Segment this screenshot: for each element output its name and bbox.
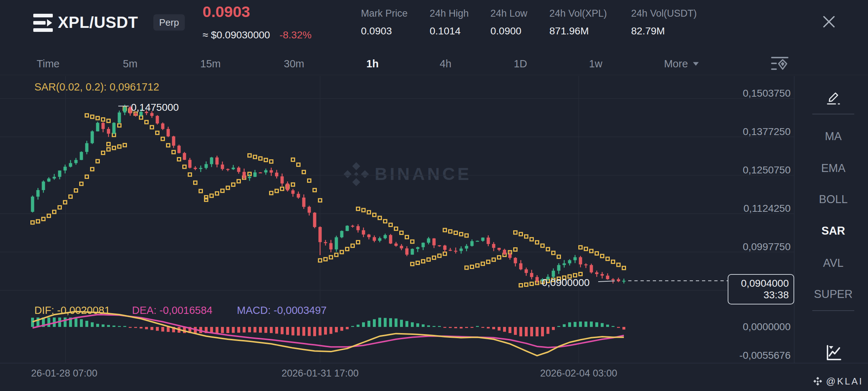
low-price-label: 0,0900000 bbox=[542, 277, 590, 289]
stat-label-mark-price: Mark Price bbox=[361, 8, 408, 19]
macd-indicator-labels[interactable]: DIF: -0,0020081 DEA: -0,0016584 MACD: -0… bbox=[34, 304, 110, 316]
macd-zero-label: 0,0000000 bbox=[726, 321, 791, 333]
stat-value-24h-vol-usdt-: 82.79M bbox=[631, 25, 665, 37]
interval-more-button[interactable]: More bbox=[664, 58, 699, 70]
candle-countdown: 33:38 bbox=[763, 289, 789, 301]
last-price: 0.0903 bbox=[203, 3, 250, 21]
stat-label-24h-vol-usdt-: 24h Vol(USDT) bbox=[631, 8, 697, 19]
binance-watermark: BINANCE bbox=[344, 162, 472, 186]
stat-value-mark-price: 0.0903 bbox=[361, 25, 392, 37]
price-axis-label: 0,1124250 bbox=[726, 203, 791, 214]
symbol-title: XPL/USDT bbox=[58, 13, 138, 31]
binance-logo-icon bbox=[812, 376, 823, 387]
price-axis-label: 0,0997750 bbox=[726, 241, 791, 253]
time-axis-label: 2026-02-04 03:00 bbox=[540, 368, 617, 379]
price-axis-label: 0,1377250 bbox=[726, 126, 791, 138]
more-label: More bbox=[664, 58, 688, 70]
stat-value-24h-low: 0.0900 bbox=[490, 25, 522, 37]
draw-tool-icon[interactable] bbox=[825, 88, 842, 106]
watermark-credit: @KLAI bbox=[812, 376, 863, 387]
sar-indicator-label[interactable]: SAR(0.02, 0.2): 0,0961712 bbox=[34, 81, 159, 93]
price-axis-label: 0,1503750 bbox=[726, 88, 791, 99]
close-icon[interactable] bbox=[822, 14, 836, 29]
macd-value-label: MACD: -0,0003497 bbox=[237, 304, 327, 316]
stat-label-24h-vol-xpl-: 24h Vol(XPL) bbox=[549, 8, 607, 19]
stat-label-24h-low: 24h Low bbox=[490, 8, 527, 19]
tab-4h[interactable]: 4h bbox=[440, 58, 451, 70]
chart-style-icon[interactable] bbox=[824, 344, 843, 362]
chevron-down-icon bbox=[692, 61, 699, 66]
time-axis-label: 26-01-28 07:00 bbox=[31, 368, 97, 379]
tab-1w[interactable]: 1w bbox=[589, 58, 602, 70]
indicator-item-boll[interactable]: BOLL bbox=[819, 193, 847, 206]
dea-value-label: DEA: -0,0016584 bbox=[132, 304, 212, 316]
tab-30m[interactable]: 30m bbox=[284, 58, 304, 70]
current-price-value: 0,0904000 bbox=[741, 278, 789, 289]
stat-label-24h-high: 24h High bbox=[430, 8, 469, 19]
tab-time[interactable]: Time bbox=[37, 58, 59, 70]
tab-1d[interactable]: 1D bbox=[514, 58, 527, 70]
indicator-item-ma[interactable]: MA bbox=[825, 130, 842, 143]
trading-chart-window: BINANCE XPL/USDT Perp 0.0903 ≈ $0.090300… bbox=[0, 0, 868, 391]
sidebar-divider-top bbox=[812, 114, 854, 114]
chart-settings-icon[interactable] bbox=[770, 54, 789, 73]
tab-1h[interactable]: 1h bbox=[366, 58, 379, 70]
indicator-item-super[interactable]: SUPER bbox=[814, 288, 853, 301]
indicator-item-sar[interactable]: SAR bbox=[821, 224, 845, 237]
credit-handle: @KLAI bbox=[826, 376, 863, 387]
stat-value-24h-vol-xpl-: 871.96M bbox=[549, 25, 589, 37]
app-logo-icon[interactable] bbox=[33, 12, 54, 33]
price-axis-label: 0,1250750 bbox=[726, 164, 791, 176]
indicator-item-avl[interactable]: AVL bbox=[823, 257, 843, 270]
peak-price-label: 0,1475000 bbox=[131, 102, 179, 113]
indicator-item-ema[interactable]: EMA bbox=[821, 162, 845, 175]
tab-5m[interactable]: 5m bbox=[123, 58, 137, 70]
market-type-badge: Perp bbox=[153, 14, 185, 31]
change-24h: -8.32% bbox=[280, 29, 312, 41]
sidebar-divider-bottom bbox=[812, 310, 854, 311]
current-price-tag: 0,0904000 33:38 bbox=[728, 274, 794, 304]
macd-min-label: -0,0055676 bbox=[726, 350, 791, 361]
stat-value-24h-high: 0.1014 bbox=[430, 25, 461, 37]
binance-watermark-text: BINANCE bbox=[375, 164, 472, 184]
dif-value-label: DIF: -0,0020081 bbox=[34, 304, 110, 316]
fiat-approx-price: ≈ $0.09030000 bbox=[203, 29, 270, 41]
tab-15m[interactable]: 15m bbox=[200, 58, 221, 70]
time-axis-label: 2026-01-31 17:00 bbox=[281, 368, 358, 379]
